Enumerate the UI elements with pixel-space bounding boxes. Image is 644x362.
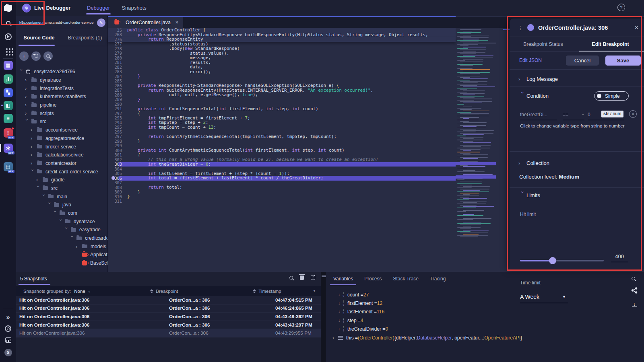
code-line-298[interactable]: 298 } (108, 139, 456, 144)
variable-row-firstElement[interactable]: 19firstElement = 12 (332, 299, 522, 307)
inspector-tab-stack-trace[interactable]: Stack Trace (393, 276, 419, 282)
source-tab-source[interactable]: Source Code (16, 29, 62, 46)
tree-item-src[interactable]: ›src (16, 184, 108, 193)
usage-icon[interactable] (0, 334, 16, 346)
tree-chevron-icon[interactable]: › (31, 144, 35, 150)
slider-thumb[interactable] (549, 257, 556, 264)
code-line-300[interactable]: 300 private int CountArythmeticSequenceT… (108, 148, 456, 153)
tree-item-src[interactable]: ›src (16, 117, 108, 126)
tree-chevron-icon[interactable]: › (31, 160, 35, 166)
collapse-rail-icon[interactable]: » (0, 312, 16, 323)
inspector-tab-tracing[interactable]: Tracing (430, 276, 446, 282)
share-icon[interactable] (631, 287, 638, 294)
tree-chevron-icon[interactable]: › (24, 119, 30, 123)
code-line-308[interactable]: 308 return total; (108, 185, 456, 190)
hit-limit-value-input[interactable]: 400 (611, 253, 628, 262)
search-files-button[interactable] (43, 51, 53, 61)
inspector-tab-process[interactable]: Process (364, 276, 382, 282)
snapshot-row[interactable]: Hit on OrderController.java:306OrderCon.… (16, 296, 321, 304)
time-limit-select[interactable]: A Week▼ (520, 294, 568, 303)
condition-variable-input[interactable]: theGreatDi... (520, 112, 557, 120)
code-line-284[interactable]: 284 } (108, 74, 456, 79)
tree-item-application-java[interactable]: Application.java (16, 251, 108, 259)
tree-item-contentcreator[interactable]: ›contentcreator (16, 159, 108, 168)
variable-row-step[interactable]: 19step = 4 (332, 316, 522, 325)
log-message-section[interactable]: › Log Message (510, 76, 644, 82)
close-panel-icon[interactable]: × (635, 24, 638, 31)
close-tab-icon[interactable]: × (175, 19, 179, 25)
snapshot-row[interactable]: Hit on OrderController.java:306OrderCon.… (16, 313, 321, 321)
app-problems-icon[interactable]: !NEW (0, 127, 16, 138)
snapshot-row[interactable]: Hit on OrderController.java:306OrderCon.… (16, 321, 321, 329)
app-extensions-icon[interactable]: ▚ (0, 87, 16, 98)
code-line-295[interactable]: 295 int tmpCount = count + 13; (108, 125, 456, 130)
tree-chevron-icon[interactable]: › (76, 244, 80, 249)
code-line-311[interactable]: 311 (108, 199, 456, 204)
edit-json-link[interactable]: Edit JSON (519, 58, 566, 63)
save-button[interactable]: Save (605, 56, 641, 66)
tree-item-easytrade-a29d796[interactable]: ›easytrade:a29d796 (16, 68, 108, 76)
code-line-310[interactable]: 310} (108, 194, 456, 199)
tree-chevron-icon[interactable]: › (31, 127, 35, 133)
tree-item-broker-service[interactable]: ›broker-service (16, 142, 108, 151)
help-icon[interactable]: ? (617, 4, 625, 11)
variable-row-this[interactable]: ›this = (OrderController) {dbHelper: Dat… (332, 333, 522, 342)
file-tab[interactable]: OrderController.java × (108, 17, 183, 28)
app-analytics-icon[interactable] (0, 73, 16, 84)
search-snapshots-icon[interactable] (289, 276, 293, 280)
tree-item-easytrade[interactable]: ›easytrade (16, 226, 108, 234)
code-line-309[interactable]: 309 } (108, 190, 456, 195)
condition-mode-toggle[interactable]: Simple (594, 91, 629, 101)
code-minimap[interactable] (456, 28, 496, 249)
tree-item-gradle[interactable]: ›gradle (16, 176, 108, 184)
tree-chevron-icon[interactable]: › (41, 194, 47, 198)
panel-tab-edit-breakpoint[interactable]: Edit Breakpoint (577, 37, 644, 51)
apps-grid-icon[interactable] (0, 45, 16, 56)
app-automations-icon[interactable]: ▦ (0, 60, 16, 71)
tree-chevron-icon[interactable]: › (69, 236, 75, 240)
app-live-debugger-icon[interactable]: ∗NEW (0, 142, 16, 154)
collection-section[interactable]: › Collection (510, 160, 644, 166)
tree-item-creditcardorderserv[interactable]: ›creditcardorderserv (16, 234, 108, 243)
top-tab-debugger[interactable]: Debugger (87, 5, 110, 11)
source-tab-breakpoints[interactable]: Breakpoints (1) (62, 29, 108, 46)
tree-chevron-icon[interactable]: › (25, 111, 29, 116)
tree-chevron-icon[interactable]: › (64, 227, 69, 231)
app-smartscape-icon[interactable]: ◧ (0, 100, 16, 111)
inspector-tab-variables[interactable]: Variables (333, 276, 353, 282)
drag-handle-icon[interactable]: ⋮ (518, 25, 523, 31)
tree-item-calculationservice[interactable]: ›calculationservice (16, 151, 108, 159)
panel-tab-breakpoint-status[interactable]: Breakpoint Status (510, 37, 577, 51)
tree-item-scripts[interactable]: ›scripts (16, 109, 108, 117)
tree-chevron-icon[interactable]: › (19, 69, 24, 73)
snapshot-row[interactable]: Hit on OrderController.java:306OrderCon.… (16, 329, 321, 337)
app-clouds-icon[interactable]: ≡ (0, 113, 16, 124)
top-tab-snapshots[interactable]: Snapshots (122, 5, 146, 11)
open-in-new-icon[interactable] (311, 276, 315, 280)
support-icon[interactable] (0, 323, 16, 334)
tree-chevron-icon[interactable]: › (47, 202, 52, 206)
tree-chevron-icon[interactable]: › (35, 186, 41, 190)
tree-item-basescheduler-ja[interactable]: BaseScheduler.ja (16, 259, 108, 267)
code-line-289[interactable]: 289 } (108, 97, 456, 102)
tree-chevron-icon[interactable]: › (58, 219, 64, 223)
grouped-by-select[interactable]: None (74, 289, 85, 294)
tree-chevron-icon[interactable]: › (25, 86, 29, 91)
condition-operator-select[interactable]: ==⌄ (563, 112, 584, 120)
add-breakpoint-button[interactable]: + (19, 51, 29, 61)
variable-row-count[interactable]: 19count = 27 (332, 290, 522, 299)
delete-snapshots-icon[interactable] (300, 276, 304, 280)
code-line-306[interactable]: 306 int total = (firstElement + lastElem… (108, 176, 456, 181)
tree-chevron-icon[interactable]: › (30, 169, 35, 173)
col-timestamp[interactable]: Timestamp (258, 289, 281, 294)
tree-item-pipeline[interactable]: ›pipeline (16, 101, 108, 109)
search-variables-icon[interactable] (632, 277, 635, 280)
expand-chevron-icon[interactable]: › (332, 335, 338, 341)
tree-item-java[interactable]: ›java (16, 201, 108, 209)
tree-chevron-icon[interactable]: › (25, 77, 29, 83)
condition-header[interactable]: › Condition Simple (510, 93, 644, 99)
tree-item-com[interactable]: ›com (16, 209, 108, 218)
panel-divider[interactable] (321, 272, 326, 362)
code-line-288[interactable]: 288 null, null, e.getMessage(), true); (108, 93, 456, 97)
variable-row-lastElement[interactable]: 19lastElement = 116 (332, 308, 522, 316)
